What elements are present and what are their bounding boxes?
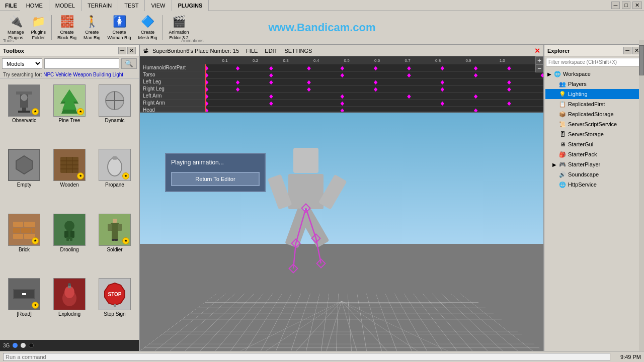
- command-input[interactable]: [3, 353, 610, 361]
- tab-home[interactable]: HOME: [20, 0, 49, 11]
- model-type-select[interactable]: Models: [2, 58, 42, 69]
- tree-item-replicated-first[interactable]: 📋 ReplicatedFirst: [545, 99, 643, 109]
- svg-point-27: [64, 221, 74, 231]
- toolbox-minimize-btn[interactable]: ─: [118, 47, 126, 54]
- item-exploding[interactable]: Exploding: [48, 276, 91, 337]
- item-empty[interactable]: Empty: [3, 146, 45, 208]
- window-minimize[interactable]: ─: [611, 2, 620, 9]
- timeline-area[interactable]: 0.1 0.2 0.3 0.4 0.5 0.6 0.7 0.8 0.9 1.0: [205, 56, 543, 112]
- man-rig-label: CreateMan Rig: [84, 30, 101, 41]
- status-3g: 3G: [3, 343, 10, 348]
- tree-arrow-workspace: ▶: [547, 71, 553, 77]
- item-stop-sign[interactable]: STOP Stop Sign: [94, 276, 136, 337]
- toolbox-scrollbar[interactable]: [639, 40, 644, 351]
- tree-item-http-service[interactable]: 🌐 HttpService: [545, 179, 643, 190]
- svg-rect-31: [66, 237, 69, 241]
- window-maximize[interactable]: □: [622, 2, 630, 9]
- tree-item-server-storage[interactable]: 🗄 ServerStorage: [545, 129, 643, 139]
- tree-item-server-script-service[interactable]: 📜 ServerScriptService: [545, 119, 643, 129]
- svg-point-47: [68, 283, 71, 286]
- try-searching-bar: Try searching for: NPC Vehicle Weapon Bu…: [0, 71, 139, 79]
- explorer-minimize-btn[interactable]: ─: [623, 47, 631, 54]
- tree-item-players[interactable]: 👥 Players: [545, 79, 643, 89]
- svg-rect-73: [540, 73, 543, 77]
- search-input[interactable]: [44, 58, 119, 69]
- item-badge-observatic: ★: [32, 108, 39, 115]
- anim-editor-header: 📽 SuperBonbon6's Place Number: 15 FILE E…: [140, 45, 543, 56]
- suggest-weapon[interactable]: Weapon: [73, 72, 92, 77]
- timeline-track-rows: [205, 64, 543, 112]
- anim-timeline: HumanoidRootPart Torso Left Leg Right Le…: [140, 56, 543, 112]
- item-exploding-icon: [53, 278, 86, 310]
- timeline-zoom-controls[interactable]: + −: [535, 56, 543, 72]
- tab-model[interactable]: MODEL: [49, 0, 82, 11]
- item-soldier[interactable]: ★ Soldier: [94, 211, 136, 273]
- animation-dialog-title: Playing animation...: [171, 159, 260, 166]
- suggest-light[interactable]: Light: [112, 72, 123, 77]
- explorer-header: Explorer ─ ✕: [544, 45, 644, 56]
- toolbox-close-btn[interactable]: ✕: [127, 47, 136, 54]
- item-brick[interactable]: ★ Brick: [3, 211, 45, 273]
- tab-terrain[interactable]: TERRAIN: [82, 0, 118, 11]
- plugins-folder-btn[interactable]: 📁 PluginsFolder: [28, 12, 50, 43]
- svg-rect-113: [293, 148, 318, 173]
- timeline-zoom-out[interactable]: −: [535, 64, 543, 72]
- file-menu[interactable]: FILE: [2, 3, 20, 9]
- suggest-building[interactable]: Building: [93, 72, 111, 77]
- tab-plugins[interactable]: PLUGINS: [172, 0, 209, 11]
- plugins-folder-label: PluginsFolder: [31, 30, 46, 41]
- tree-label-sound: Soundscape: [568, 171, 599, 177]
- tree-icon-http: 🌐: [558, 180, 567, 189]
- suggest-npc[interactable]: NPC: [43, 72, 54, 77]
- item-observatic[interactable]: ★ Observatic: [3, 82, 45, 143]
- top-menu-bar: FILE HOME MODEL TERRAIN TEST VIEW PLUGIN…: [0, 0, 644, 11]
- window-close[interactable]: ✕: [632, 2, 642, 9]
- item-wooden-label: Wooden: [60, 182, 78, 188]
- svg-line-111: [342, 301, 417, 351]
- create-mesh-rig-btn[interactable]: 🔷 CreateMesh Rig: [134, 12, 160, 43]
- svg-line-106: [266, 301, 342, 351]
- create-man-rig-btn[interactable]: 🚶 CreateMan Rig: [80, 12, 104, 43]
- anim-edit-menu[interactable]: EDIT: [262, 47, 280, 54]
- tab-view[interactable]: VIEW: [145, 0, 172, 11]
- item-drooling[interactable]: Drooling: [48, 211, 91, 273]
- create-woman-rig-btn[interactable]: 🚺 CreateWoman Rig: [104, 12, 135, 43]
- create-block-rig-btn[interactable]: 🧱 CreateBlock Rig: [54, 12, 80, 43]
- tree-item-starter-pack[interactable]: 🎒 StarterPack: [545, 149, 643, 159]
- return-to-editor-button[interactable]: Return To Editor: [171, 172, 260, 186]
- item-badge-road: ★: [32, 302, 39, 309]
- timeline-zoom-in[interactable]: +: [535, 56, 543, 64]
- item-wooden[interactable]: ★ Wooden: [48, 146, 91, 208]
- svg-rect-3: [18, 111, 30, 113]
- search-button[interactable]: 🔍: [121, 58, 137, 69]
- tab-test[interactable]: TEST: [118, 0, 145, 11]
- tree-item-replicated-storage[interactable]: 📦 ReplicatedStorage: [545, 109, 643, 119]
- svg-rect-89: [341, 95, 345, 99]
- tree-icon-ss: 🗄: [558, 130, 567, 138]
- svg-rect-30: [70, 231, 74, 238]
- tree-item-starter-gui[interactable]: 🖥 StarterGui: [545, 139, 643, 149]
- anim-file-menu[interactable]: FILE: [243, 47, 261, 54]
- tree-icon-sound: 🔊: [558, 170, 567, 178]
- item-propane[interactable]: ★ Propane: [94, 146, 136, 208]
- item-pine-tree[interactable]: ★ Pine Tree: [48, 82, 91, 143]
- toolbox-panel: Toolbox ─ ✕ Models 🔍 Try searching for: …: [0, 45, 140, 351]
- item-dynamic[interactable]: Dynamic: [94, 82, 136, 143]
- suggest-vehicle[interactable]: Vehicle: [55, 72, 71, 77]
- animation-editor: 📽 SuperBonbon6's Place Number: 15 FILE E…: [140, 45, 543, 113]
- tree-item-starter-player[interactable]: ▶ 🎮 StarterPlayer: [545, 159, 643, 169]
- tree-item-workspace[interactable]: ▶ 🌐 Workspace: [545, 69, 643, 79]
- anim-editor-close-btn[interactable]: ✕: [534, 47, 540, 55]
- item-empty-icon: [8, 149, 40, 181]
- svg-rect-61: [341, 66, 345, 70]
- anim-settings-menu[interactable]: SETTINGS: [281, 47, 315, 54]
- svg-rect-23: [21, 228, 31, 233]
- item-road[interactable]: ★ [Road]: [3, 276, 45, 337]
- explorer-filter-input[interactable]: [546, 58, 642, 66]
- item-propane-icon: ★: [99, 149, 131, 181]
- svg-point-4: [21, 95, 27, 101]
- svg-rect-75: [236, 80, 240, 84]
- toolbox-scrollbar-thumb[interactable]: [639, 45, 644, 75]
- tree-item-lighting[interactable]: 💡 Lighting: [545, 89, 643, 99]
- tree-item-soundscape[interactable]: 🔊 Soundscape: [545, 169, 643, 179]
